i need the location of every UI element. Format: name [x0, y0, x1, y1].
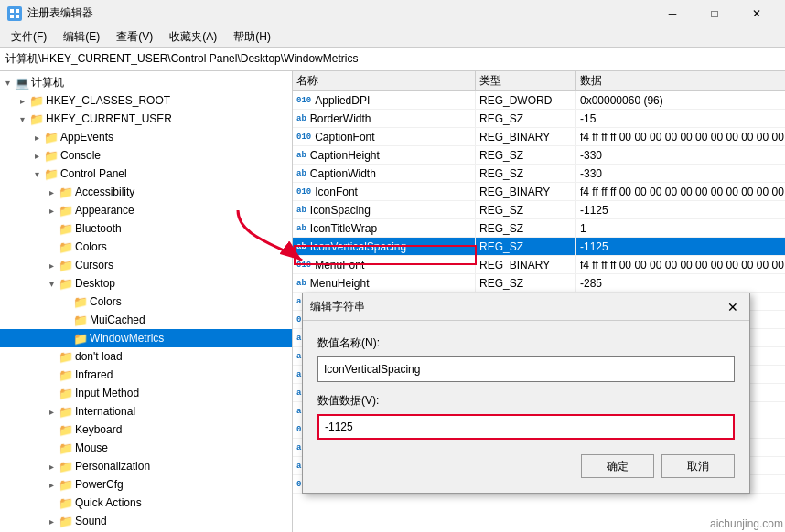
table-row[interactable]: 010IconFontREG_BINARYf4 ff ff ff 00 00 0… [293, 183, 785, 201]
table-row[interactable]: abIconVerticalSpacingREG_SZ-1125 [293, 238, 785, 256]
expand-btn-classes_root[interactable]: ▸ [15, 93, 29, 108]
tree-node-international[interactable]: ▸📁International [0, 402, 292, 420]
expand-btn-control_panel[interactable]: ▾ [29, 166, 44, 181]
dialog-close-button[interactable]: ✕ [724, 298, 742, 316]
expand-btn-accessibility[interactable]: ▸ [44, 185, 59, 199]
menu-edit[interactable]: 编辑(E) [56, 27, 107, 47]
folder-icon-muicached: 📁 [73, 313, 88, 327]
tree-node-current_user[interactable]: ▾📁HKEY_CURRENT_USER [0, 110, 292, 128]
row-type-cell: REG_BINARY [476, 128, 576, 145]
tree-node-powercfg[interactable]: ▸📁PowerCfg [0, 475, 292, 494]
close-button[interactable]: ✕ [736, 0, 778, 27]
tree-node-bluetooth[interactable]: 📁Bluetooth [0, 219, 292, 238]
node-label-appearance: Appearance [73, 204, 134, 217]
folder-icon-personalization: 📁 [59, 459, 73, 473]
tree-node-classes_root[interactable]: ▸📁HKEY_CLASSES_ROOT [0, 91, 292, 110]
table-row[interactable]: abIconTitleWrapREG_SZ1 [293, 219, 785, 238]
expand-btn-colors2 [59, 294, 73, 309]
tree-node-accessibility[interactable]: ▸📁Accessibility [0, 183, 292, 201]
tree-node-appevents[interactable]: ▸📁AppEvents [0, 128, 292, 146]
expand-btn-sound[interactable]: ▸ [44, 514, 59, 528]
row-type-cell: REG_SZ [476, 165, 576, 182]
value-data-input[interactable] [317, 414, 735, 440]
expand-btn-international[interactable]: ▸ [44, 404, 59, 419]
table-row[interactable]: abCaptionHeightREG_SZ-330 [293, 146, 785, 165]
row-type-cell: REG_SZ [476, 201, 576, 218]
table-row[interactable]: abIconSpacingREG_SZ-1125 [293, 201, 785, 219]
folder-icon-computer: 💻 [15, 75, 29, 90]
table-row[interactable]: 010AppliedDPIREG_DWORD0x00000060 (96) [293, 91, 785, 110]
col-header-data: 数据 [576, 71, 785, 90]
menu-favorites[interactable]: 收藏夹(A) [162, 27, 224, 47]
expand-btn-appevents[interactable]: ▸ [29, 130, 44, 144]
row-name-cell: abIconVerticalSpacing [293, 238, 476, 255]
folder-icon-appearance: 📁 [59, 203, 73, 218]
expand-btn-dontload [44, 349, 59, 364]
tree-node-infrared[interactable]: 📁Infrared [0, 366, 292, 384]
cancel-button[interactable]: 取消 [661, 454, 735, 478]
tree-node-appearance[interactable]: ▸📁Appearance [0, 201, 292, 219]
tree-node-desktop[interactable]: ▾📁Desktop [0, 274, 292, 293]
table-row[interactable]: 010MenuFontREG_BINARYf4 ff ff ff 00 00 0… [293, 256, 785, 274]
node-label-windowmetrics: WindowMetrics [88, 332, 164, 345]
row-data-cell: 0x00000060 (96) [576, 91, 785, 109]
tree-node-inputmethod[interactable]: 📁Input Method [0, 384, 292, 402]
tree-node-cursors[interactable]: ▸📁Cursors [0, 256, 292, 274]
expand-btn-appearance[interactable]: ▸ [44, 203, 59, 218]
row-name-cell: 010MenuFont [293, 256, 476, 273]
table-header: 名称 类型 数据 [293, 71, 785, 91]
tree-node-quickactions[interactable]: 📁Quick Actions [0, 494, 292, 512]
folder-icon-sound: 📁 [59, 514, 73, 528]
value-name-input[interactable] [317, 356, 735, 382]
table-row[interactable]: abMenuHeightREG_SZ-285 [293, 274, 785, 293]
expand-btn-mouse [44, 441, 59, 455]
address-text: 计算机\HKEY_CURRENT_USER\Control Panel\Desk… [5, 51, 358, 67]
tree-node-muicached[interactable]: 📁MuiCached [0, 311, 292, 329]
tree-node-computer[interactable]: ▾💻计算机 [0, 73, 292, 91]
node-label-sound: Sound [73, 515, 107, 527]
folder-icon-bluetooth: 📁 [59, 221, 73, 236]
tree-container[interactable]: ▾💻计算机▸📁HKEY_CLASSES_ROOT▾📁HKEY_CURRENT_U… [0, 71, 292, 532]
row-type-cell: REG_SZ [476, 146, 576, 164]
tree-node-personalization[interactable]: ▸📁Personalization [0, 457, 292, 475]
node-label-bluetooth: Bluetooth [73, 222, 122, 235]
menu-view[interactable]: 查看(V) [109, 27, 160, 47]
folder-icon-current_user: 📁 [29, 112, 44, 126]
svg-rect-0 [10, 9, 14, 13]
tree-node-colors2[interactable]: 📁Colors [0, 293, 292, 311]
table-row[interactable]: abCaptionWidthREG_SZ-330 [293, 165, 785, 183]
expand-btn-desktop[interactable]: ▾ [44, 276, 59, 291]
expand-btn-bluetooth [44, 221, 59, 236]
tree-node-keyboard[interactable]: 📁Keyboard [0, 420, 292, 439]
table-row[interactable]: abBorderWidthREG_SZ-15 [293, 110, 785, 128]
minimize-button[interactable]: ─ [651, 0, 694, 27]
row-name-text: MenuFont [315, 259, 364, 271]
row-data-cell: f4 ff ff ff 00 00 00 00 00 00 00 00 00 0… [576, 128, 785, 145]
tree-node-sound[interactable]: ▸📁Sound [0, 512, 292, 530]
maximize-button[interactable]: □ [694, 0, 736, 27]
row-type-cell: REG_SZ [476, 110, 576, 127]
folder-icon-windowmetrics: 📁 [73, 331, 88, 346]
window-controls: ─ □ ✕ [651, 0, 778, 27]
row-name-cell: 010CaptionFont [293, 128, 476, 145]
expand-btn-computer[interactable]: ▾ [0, 75, 15, 90]
menu-file[interactable]: 文件(F) [4, 27, 54, 47]
expand-btn-current_user[interactable]: ▾ [15, 112, 29, 126]
expand-btn-console[interactable]: ▸ [29, 148, 44, 163]
ok-button[interactable]: 确定 [581, 454, 654, 478]
table-row[interactable]: 010CaptionFontREG_BINARYf4 ff ff ff 00 0… [293, 128, 785, 146]
expand-btn-personalization[interactable]: ▸ [44, 459, 59, 473]
tree-node-control_panel[interactable]: ▾📁Control Panel [0, 165, 292, 183]
col-header-type: 类型 [476, 71, 576, 90]
menu-help[interactable]: 帮助(H) [226, 27, 278, 47]
tree-node-dontload[interactable]: 📁don't load [0, 347, 292, 366]
tree-node-windowmetrics[interactable]: 📁WindowMetrics [0, 329, 292, 347]
expand-btn-powercfg[interactable]: ▸ [44, 477, 59, 492]
tree-node-mouse[interactable]: 📁Mouse [0, 439, 292, 457]
tree-node-colors[interactable]: 📁Colors [0, 238, 292, 256]
row-name-cell: abCaptionWidth [293, 165, 476, 182]
folder-icon-colors2: 📁 [73, 294, 88, 309]
tree-node-console[interactable]: ▸📁Console [0, 146, 292, 165]
expand-btn-cursors[interactable]: ▸ [44, 258, 59, 272]
expand-btn-quickactions [44, 495, 59, 510]
